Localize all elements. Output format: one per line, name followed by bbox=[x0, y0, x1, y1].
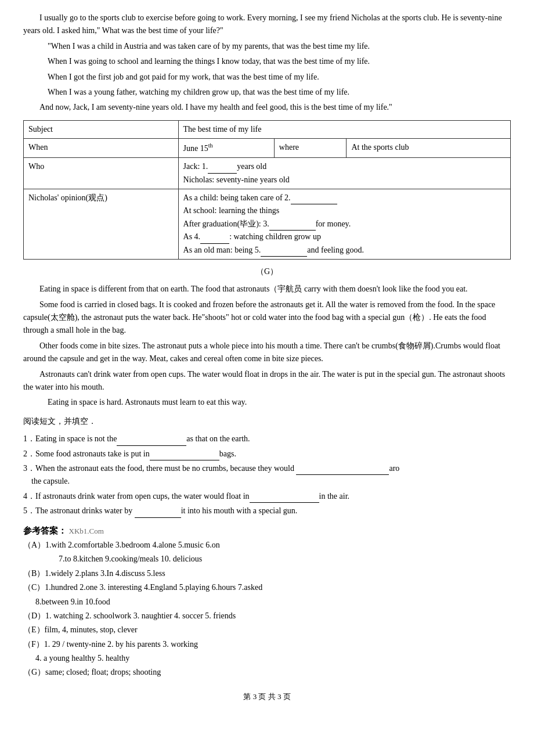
question-2: 2．Some food astronauts take is put inbag… bbox=[23, 448, 511, 460]
passage-f-p5: When I was a young father, watching my c… bbox=[23, 86, 511, 99]
answer-c-2: 8.between 9.in 10.food bbox=[23, 596, 511, 609]
answer-a: （A）1.with 2.comfortable 3.bedroom 4.alon… bbox=[23, 539, 511, 552]
answers-section: 参考答案： XKb1.Com （A）1.with 2.comfortable 3… bbox=[23, 524, 511, 679]
passage-f: I usually go to the sports club to exerc… bbox=[23, 12, 511, 114]
table-cell-when-label: When bbox=[24, 139, 179, 158]
answers-source: XKb1.Com bbox=[69, 527, 104, 535]
section-g: （G） Eating in space is different from th… bbox=[23, 265, 511, 518]
section-g-p3: Other foods come in bite sizes. The astr… bbox=[23, 340, 511, 366]
answer-c: （C）1.hundred 2.one 3. interesting 4.Engl… bbox=[23, 581, 511, 594]
question-5: 5．The astronaut drinks water by it into … bbox=[23, 505, 511, 517]
table-cell-subject-value: The best time of my life bbox=[178, 120, 510, 138]
answer-g: （G）same; closed; float; drops; shooting bbox=[23, 666, 511, 679]
question-1: 1．Eating in space is not theas that on t… bbox=[23, 433, 511, 445]
section-g-p1: Eating in space is different from that o… bbox=[23, 283, 511, 296]
section-g-p4: Astronauts can't drink water from open c… bbox=[23, 368, 511, 394]
answer-b: （B）1.widely 2.plans 3.In 4.discuss 5.les… bbox=[23, 567, 511, 580]
questions-section: 1．Eating in space is not theas that on t… bbox=[23, 433, 511, 517]
question-3: 3．When the astronaut eats the food, ther… bbox=[23, 462, 511, 488]
passage-f-p3: When I was going to school and learning … bbox=[23, 55, 511, 68]
page-number: 第 3 页 共 3 页 bbox=[243, 692, 290, 701]
table-row: Subject The best time of my life bbox=[24, 120, 511, 138]
table-cell-who-label: Who bbox=[24, 158, 179, 189]
table-cell-subject-label: Subject bbox=[24, 120, 179, 138]
table-row: Who Jack: 1.years old Nicholas: seventy-… bbox=[24, 158, 511, 189]
passage-f-p1: I usually go to the sports club to exerc… bbox=[23, 12, 511, 38]
table-row: When June 15th where At the sports club bbox=[24, 139, 511, 158]
answer-e: （E）film, 4, minutes, stop, clever bbox=[23, 624, 511, 636]
table-cell-opinion-value: As a child: being taken care of 2. At sc… bbox=[178, 189, 510, 259]
reading-instruction: 阅读短文，并填空． bbox=[23, 415, 511, 428]
table-cell-when-date: June 15th bbox=[178, 139, 274, 158]
answer-f: （F）1. 29 / twenty-nine 2. by his parents… bbox=[23, 638, 511, 651]
page-footer: 第 3 页 共 3 页 bbox=[23, 691, 511, 703]
table-cell-opinion-label: Nicholas' opinion(观点) bbox=[24, 189, 179, 259]
section-g-p5: Eating in space is hard. Astronauts must… bbox=[23, 396, 511, 409]
passage-f-p2: "When I was a child in Austria and was t… bbox=[23, 40, 511, 53]
table-cell-where-value: At the sports club bbox=[347, 139, 511, 158]
section-g-passage: Eating in space is different from that o… bbox=[23, 283, 511, 409]
answer-f-2: 4. a young healthy 5. healthy bbox=[23, 652, 511, 665]
answer-d: （D）1. watching 2. schoolwork 3. naughtie… bbox=[23, 610, 511, 622]
answer-a-2: 7.to 8.kitchen 9.cooking/meals 10. delic… bbox=[23, 553, 511, 566]
summary-table: Subject The best time of my life When Ju… bbox=[23, 120, 511, 260]
passage-f-p4: When I got the first job and got paid fo… bbox=[23, 71, 511, 84]
section-g-title: （G） bbox=[23, 265, 511, 278]
table-cell-who-value: Jack: 1.years old Nicholas: seventy-nine… bbox=[178, 158, 510, 189]
table-cell-where-label: where bbox=[274, 139, 347, 158]
passage-f-p6: And now, Jack, I am seventy-nine years o… bbox=[23, 101, 511, 114]
answers-header: 参考答案： XKb1.Com bbox=[23, 524, 511, 538]
question-4: 4．If astronauts drink water from open cu… bbox=[23, 490, 511, 503]
section-g-p2: Some food is carried in closed bags. It … bbox=[23, 298, 511, 337]
table-row: Nicholas' opinion(观点) As a child: being … bbox=[24, 189, 511, 259]
answers-title: 参考答案： bbox=[23, 526, 67, 535]
